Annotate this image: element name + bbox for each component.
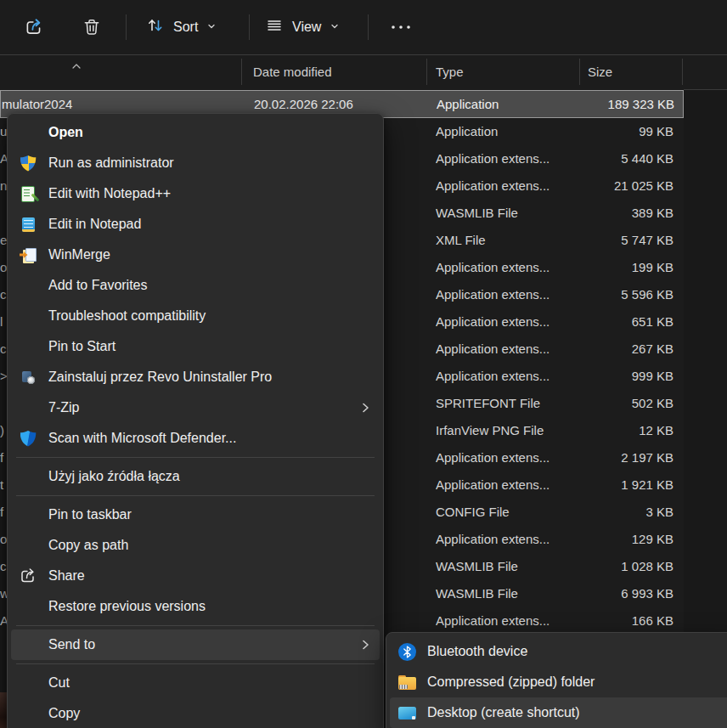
menu-item-open[interactable]: Open xyxy=(11,117,380,148)
file-name-fragment xyxy=(0,390,7,417)
file-type: SPRITEFONT File xyxy=(436,390,576,417)
view-icon xyxy=(265,16,284,38)
file-size: 267 KB xyxy=(561,336,673,363)
file-name-fragment: c xyxy=(0,336,7,363)
menu-item-label: Desktop (create shortcut) xyxy=(427,705,580,720)
file-type: CONFIG File xyxy=(436,499,576,526)
menu-item-label: Share xyxy=(48,568,85,584)
menu-item-zainstaluj-przez-revo-uninstaller-pro[interactable]: Zainstaluj przez Revo Uninstaller Pro xyxy=(11,362,380,392)
file-size: 99 KB xyxy=(561,118,673,145)
file-type: Application extens... xyxy=(436,363,576,390)
menu-item-desktop-create-shortcut[interactable]: Desktop (create shortcut) xyxy=(390,697,727,728)
menu-item-copy-as-path[interactable]: Copy as path xyxy=(11,530,380,561)
file-type: Application extens... xyxy=(436,471,576,499)
menu-item-label: Add to Favorites xyxy=(48,278,148,293)
file-size: 2 197 KB xyxy=(561,444,673,471)
file-size: 21 025 KB xyxy=(561,172,673,200)
menu-item-scan-with-microsoft-defender[interactable]: Scan with Microsoft Defender... xyxy=(11,423,380,454)
menu-item-label: Edit in Notepad xyxy=(48,217,141,232)
menu-item-label: Restore previous versions xyxy=(48,599,206,614)
delete-button[interactable] xyxy=(75,11,109,43)
file-size: 5 596 KB xyxy=(561,281,673,308)
file-name-fragment: f xyxy=(0,444,7,471)
file-size: 999 KB xyxy=(561,363,673,390)
column-header-date-modified[interactable]: Date modified xyxy=(253,55,332,89)
menu-item-label: Copy as path xyxy=(48,538,128,553)
menu-item-winmerge[interactable]: WinMerge xyxy=(11,240,380,270)
file-name-fragment: el xyxy=(0,227,7,254)
file-size: 5 440 KB xyxy=(561,145,673,172)
file-type: Application extens... xyxy=(436,308,576,336)
sort-dropdown[interactable]: Sort xyxy=(146,11,217,43)
file-type: Application xyxy=(436,118,576,145)
menu-item-label: Zainstaluj przez Revo Uninstaller Pro xyxy=(48,370,272,385)
submenu-arrow-icon xyxy=(362,402,369,414)
share-button[interactable] xyxy=(17,11,51,43)
menu-item-troubleshoot-compatibility[interactable]: Troubleshoot compatibility xyxy=(11,301,380,331)
menu-item-label: Send to xyxy=(48,637,95,652)
chevron-down-icon xyxy=(206,20,217,35)
zip-folder-icon xyxy=(397,675,417,690)
send-to-submenu: Bluetooth deviceCompressed (zipped) fold… xyxy=(386,632,727,728)
column-divider[interactable] xyxy=(579,59,580,85)
column-divider[interactable] xyxy=(426,59,427,85)
menu-item-label: 7-Zip xyxy=(48,400,79,415)
file-type: Application extens... xyxy=(436,526,576,553)
toolbar-divider xyxy=(368,14,369,40)
column-header-type[interactable]: Type xyxy=(436,55,464,89)
trash-icon xyxy=(82,17,102,37)
column-header-size[interactable]: Size xyxy=(588,55,612,89)
menu-item-7-zip[interactable]: 7-Zip xyxy=(11,392,380,423)
sort-icon xyxy=(146,16,165,38)
menu-item-copy[interactable]: Copy xyxy=(11,698,380,728)
file-type: Application extens... xyxy=(436,254,576,281)
file-size: 1 028 KB xyxy=(561,553,673,580)
toolbar-divider xyxy=(249,14,250,40)
menu-item-u-yj-jako-r-d-a-cza[interactable]: Użyj jako źródła łącza xyxy=(11,461,380,492)
winmerge-icon xyxy=(18,248,38,262)
menu-item-edit-with-notepad[interactable]: Edit with Notepad++ xyxy=(11,178,380,209)
file-name-fragment: l xyxy=(0,308,7,336)
view-label: View xyxy=(292,20,321,35)
menu-item-label: Bluetooth device xyxy=(427,644,527,659)
revo-uninstaller-icon xyxy=(18,370,38,384)
menu-item-cut[interactable]: Cut xyxy=(11,668,380,698)
notepad-plus-plus-icon xyxy=(18,186,38,202)
submenu-arrow-icon xyxy=(362,639,369,651)
menu-item-label: Scan with Microsoft Defender... xyxy=(48,431,236,446)
menu-item-add-to-favorites[interactable]: Add to Favorites xyxy=(11,270,380,301)
more-options-button[interactable] xyxy=(382,11,420,43)
column-divider[interactable] xyxy=(241,59,242,85)
menu-item-restore-previous-versions[interactable]: Restore previous versions xyxy=(11,591,380,622)
file-size: 129 KB xyxy=(561,526,673,553)
share-icon xyxy=(24,17,44,37)
menu-item-send-to[interactable]: Send to xyxy=(11,629,380,660)
menu-item-pin-to-taskbar[interactable]: Pin to taskbar xyxy=(11,499,380,530)
command-bar: Sort View xyxy=(0,0,727,55)
menu-item-label: Pin to Start xyxy=(48,339,116,354)
menu-item-label: Troubleshoot compatibility xyxy=(48,308,206,324)
file-size: 12 KB xyxy=(561,417,673,444)
file-size: 199 KB xyxy=(561,254,673,281)
menu-item-pin-to-start[interactable]: Pin to Start xyxy=(11,331,380,362)
desktop-wallpaper-sliver xyxy=(0,692,7,728)
menu-item-compressed-zipped-folder[interactable]: Compressed (zipped) folder xyxy=(390,667,727,697)
toolbar-divider xyxy=(126,14,127,40)
menu-item-bluetooth-device[interactable]: Bluetooth device xyxy=(390,636,727,667)
file-type: IrfanView PNG File xyxy=(436,417,576,444)
view-dropdown[interactable]: View xyxy=(265,11,340,43)
file-type: WASMLIB File xyxy=(436,553,576,580)
file-name-fragment xyxy=(0,200,7,227)
column-divider[interactable] xyxy=(682,59,683,85)
menu-item-share[interactable]: Share xyxy=(11,561,380,591)
file-name-fragment: w xyxy=(0,580,7,607)
menu-item-edit-in-notepad[interactable]: Edit in Notepad xyxy=(11,209,380,240)
menu-item-label: Użyj jako źródła łącza xyxy=(48,469,180,484)
menu-separator xyxy=(16,663,375,664)
file-size: 3 KB xyxy=(561,499,673,526)
file-size: 5 747 KB xyxy=(561,227,673,254)
menu-item-label: Compressed (zipped) folder xyxy=(427,674,595,690)
menu-item-run-as-administrator[interactable]: Run as administrator xyxy=(11,148,380,178)
file-name-fragment: u xyxy=(0,118,7,145)
file-type: Application extens... xyxy=(436,444,576,471)
